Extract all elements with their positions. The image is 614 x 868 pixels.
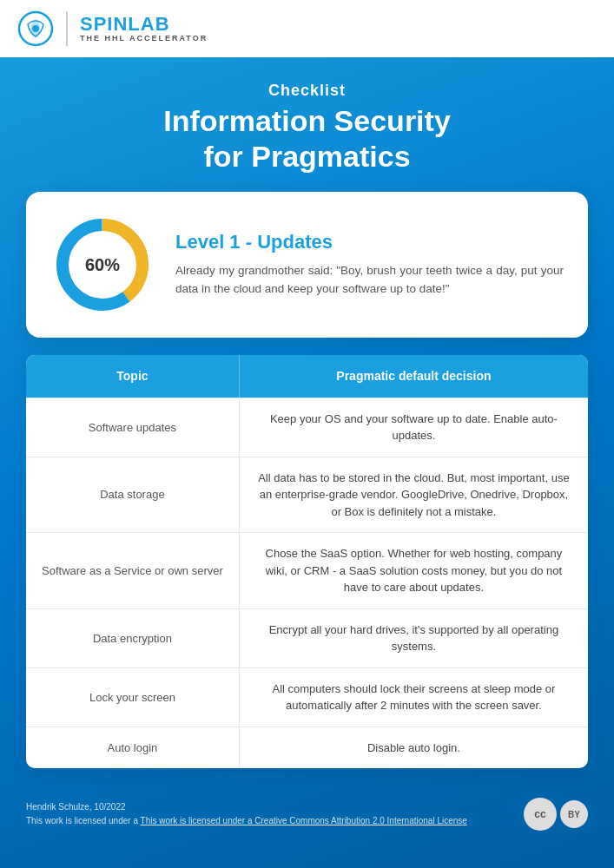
col-topic-header: Topic xyxy=(26,355,240,398)
table-cell-topic: Data encryption xyxy=(26,609,240,667)
table-row: Lock your screen All computers should lo… xyxy=(26,668,588,727)
spinlab-logo-icon xyxy=(17,10,54,47)
footer-text: Hendrik Schulze, 10/2022 This work is li… xyxy=(26,800,467,828)
logo-text-group: SPINLAB THE HHL ACCELERATOR xyxy=(80,14,208,43)
cc-badge: cc BY xyxy=(524,798,588,831)
table-cell-topic: Software updates xyxy=(26,398,240,457)
level-card: 60% Level 1 - Updates Already my grandmo… xyxy=(26,192,588,338)
table-cell-decision: All data has to be stored in the cloud. … xyxy=(240,457,588,533)
table-cell-decision: All computers should lock their screens … xyxy=(240,668,588,727)
table-row: Auto login Disable auto login. xyxy=(26,727,588,769)
footer-author: Hendrik Schulze, 10/2022 xyxy=(26,800,467,814)
logo-tagline: THE HHL ACCELERATOR xyxy=(80,35,208,43)
logo-divider xyxy=(66,11,68,46)
cc-icon: cc xyxy=(524,798,557,831)
table-cell-topic: Software as a Service or own server xyxy=(26,533,240,608)
page-title: Information Security for Pragmatics xyxy=(35,103,579,174)
spinlab-wordmark: SPINLAB xyxy=(80,14,208,35)
table-header-row: Topic Pragmatic default decision xyxy=(26,355,588,398)
title-section: Checklist Information Security for Pragm… xyxy=(0,57,614,192)
table-cell-topic: Lock your screen xyxy=(26,668,240,727)
table-cell-decision: Encrypt all your hard drives, it's suppo… xyxy=(240,609,588,667)
level-title: Level 1 - Updates xyxy=(175,231,564,253)
table-cell-topic: Data storage xyxy=(26,457,240,533)
donut-percent-label: 60% xyxy=(85,254,120,274)
svg-point-1 xyxy=(32,25,39,32)
level-description: Already my grandmother said: "Boy, brush… xyxy=(175,262,564,298)
table-cell-decision: Disable auto login. xyxy=(240,727,588,769)
table-row: Software updates Keep your OS and your s… xyxy=(26,398,588,457)
checklist-table: Topic Pragmatic default decision Softwar… xyxy=(26,355,588,769)
checklist-label: Checklist xyxy=(35,82,579,100)
donut-chart: 60% xyxy=(50,213,155,317)
table-cell-decision: Chose the SaaS option. Whether for web h… xyxy=(240,533,588,608)
table-cell-topic: Auto login xyxy=(26,727,240,769)
table-row: Data storage All data has to be stored i… xyxy=(26,457,588,534)
table-row: Data encryption Encrypt all your hard dr… xyxy=(26,609,588,668)
footer: Hendrik Schulze, 10/2022 This work is li… xyxy=(0,786,614,843)
footer-license: This work is licensed under a This work … xyxy=(26,814,467,828)
table-cell-decision: Keep your OS and your software up to dat… xyxy=(240,398,588,457)
license-link[interactable]: This work is licensed under a Creative C… xyxy=(141,816,467,825)
col-decision-header: Pragmatic default decision xyxy=(240,355,588,398)
header: SPINLAB THE HHL ACCELERATOR xyxy=(0,0,614,57)
table-row: Software as a Service or own server Chos… xyxy=(26,533,588,609)
cc-by-icon: BY xyxy=(560,800,588,828)
level-content: Level 1 - Updates Already my grandmother… xyxy=(175,231,564,298)
